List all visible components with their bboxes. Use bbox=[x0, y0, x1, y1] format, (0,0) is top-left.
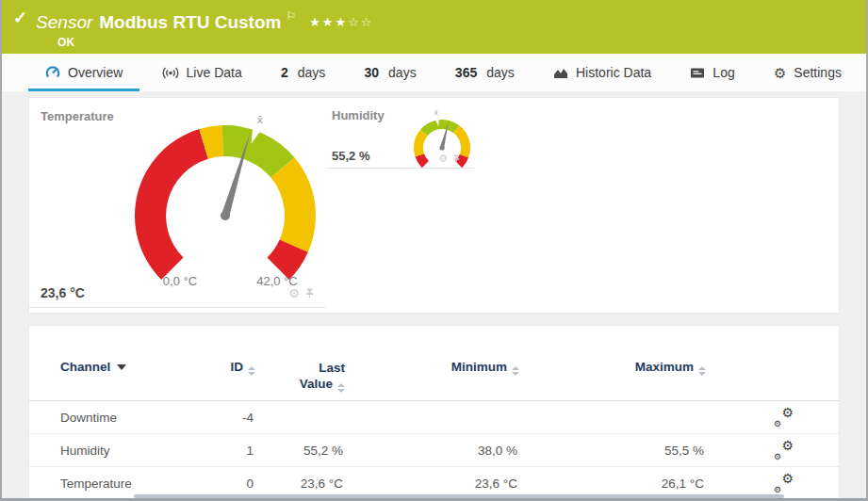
sensor-status-header: ✓ SensorModbus RTU Custom⚐★★★☆☆ OK bbox=[2, 0, 866, 54]
channel-last-value: 23,6 °C bbox=[255, 477, 345, 491]
channel-minimum: 23,6 °C bbox=[345, 477, 519, 491]
channel-maximum: 55,5 % bbox=[519, 444, 706, 458]
overview-gauges-panel: x̄ Temperature 0,0 °C 42,0 °C 23,6 °C ⚙ … bbox=[28, 97, 840, 314]
tab-365-days[interactable]: 365 days bbox=[438, 54, 532, 91]
tab-settings[interactable]: ⚙ Settings bbox=[757, 54, 859, 91]
channel-name: Downtime bbox=[60, 411, 218, 425]
channel-id: -4 bbox=[218, 411, 255, 425]
tab-bar: Overview Live Data 2 days 30 days 365 da… bbox=[2, 54, 866, 91]
gauge-current-value: 23,6 °C bbox=[41, 285, 85, 300]
object-kind-label: Sensor bbox=[36, 12, 92, 32]
channel-minimum: 38,0 % bbox=[345, 444, 519, 458]
tile-gear-icon[interactable]: ⚙ bbox=[438, 153, 448, 164]
sort-icon bbox=[698, 366, 706, 376]
table-row-downtime: Downtime -4 ⚙⚙ bbox=[29, 401, 839, 434]
column-header-channel[interactable]: Channel bbox=[60, 360, 218, 374]
pin-icon[interactable] bbox=[452, 154, 461, 164]
channel-name: Temperature bbox=[60, 477, 218, 491]
page-content: x̄ Temperature 0,0 °C 42,0 °C 23,6 °C ⚙ … bbox=[2, 97, 866, 501]
table-row-humidity: Humidity 1 55,2 % 38,0 % 55,5 % ⚙⚙ bbox=[29, 434, 839, 467]
column-header-minimum[interactable]: Minimum bbox=[345, 360, 519, 376]
channel-id: 1 bbox=[218, 444, 255, 458]
status-badge: OK bbox=[57, 36, 373, 49]
sort-icon bbox=[248, 366, 255, 376]
channel-settings-gears-icon[interactable]: ⚙⚙ bbox=[774, 476, 794, 492]
sort-icon bbox=[512, 366, 519, 376]
temperature-tile: x̄ Temperature 0,0 °C 42,0 °C 23,6 °C ⚙ bbox=[29, 98, 326, 308]
channel-settings-gears-icon[interactable]: ⚙⚙ bbox=[774, 410, 794, 426]
sorted-desc-icon bbox=[117, 364, 126, 370]
gauge-current-value: 55,2 % bbox=[332, 149, 369, 163]
sensor-titles: SensorModbus RTU Custom⚐★★★☆☆ OK bbox=[36, 6, 373, 54]
tile-gear-icon[interactable]: ⚙ bbox=[288, 288, 300, 299]
page-title: Modbus RTU Custom bbox=[99, 12, 281, 32]
channels-table-panel: Channel ID Last Value Minimum Maximum Do… bbox=[28, 325, 840, 501]
channel-maximum: 26,1 °C bbox=[519, 477, 706, 491]
column-header-id[interactable]: ID bbox=[218, 360, 255, 376]
tab-live-data[interactable]: Live Data bbox=[145, 54, 259, 91]
horizontal-scrollbar-thumb[interactable] bbox=[134, 494, 784, 498]
priority-stars[interactable]: ★★★☆☆ bbox=[309, 15, 373, 29]
channel-name: Humidity bbox=[60, 444, 218, 458]
broadcast-icon bbox=[162, 66, 179, 80]
gear-icon: ⚙ bbox=[774, 66, 786, 80]
gauge-icon bbox=[45, 65, 60, 80]
flag-icon[interactable]: ⚐ bbox=[286, 9, 296, 23]
sensor-page: ✓ SensorModbus RTU Custom⚐★★★☆☆ OK Overv… bbox=[0, 0, 868, 501]
svg-text:x̄: x̄ bbox=[434, 109, 438, 117]
tab-2-days[interactable]: 2 days bbox=[264, 54, 342, 91]
tab-30-days[interactable]: 30 days bbox=[348, 54, 434, 91]
channel-last-value: 55,2 % bbox=[255, 444, 345, 458]
tab-log[interactable]: Log bbox=[673, 54, 751, 91]
tab-overview[interactable]: Overview bbox=[28, 54, 139, 91]
column-header-last-value[interactable]: Last Value bbox=[255, 360, 345, 393]
gauge-min-label: 0,0 °C bbox=[150, 274, 210, 288]
area-chart-icon bbox=[553, 66, 568, 79]
sort-icon bbox=[337, 383, 345, 393]
svg-text:x̄: x̄ bbox=[257, 114, 264, 126]
status-check-icon: ✓ bbox=[13, 8, 27, 54]
tab-historic-data[interactable]: Historic Data bbox=[536, 54, 668, 91]
pin-icon[interactable] bbox=[304, 287, 315, 299]
gauge-title: Temperature bbox=[41, 109, 114, 123]
channel-settings-gears-icon[interactable]: ⚙⚙ bbox=[774, 443, 794, 459]
column-header-maximum[interactable]: Maximum bbox=[519, 360, 706, 376]
gauge-title: Humidity bbox=[332, 108, 385, 122]
log-icon bbox=[690, 67, 705, 79]
channels-table-header: Channel ID Last Value Minimum Maximum bbox=[29, 360, 839, 401]
channel-id: 0 bbox=[218, 477, 255, 491]
humidity-tile: x̄ Humidity 55,2 % ⚙ bbox=[326, 98, 474, 169]
